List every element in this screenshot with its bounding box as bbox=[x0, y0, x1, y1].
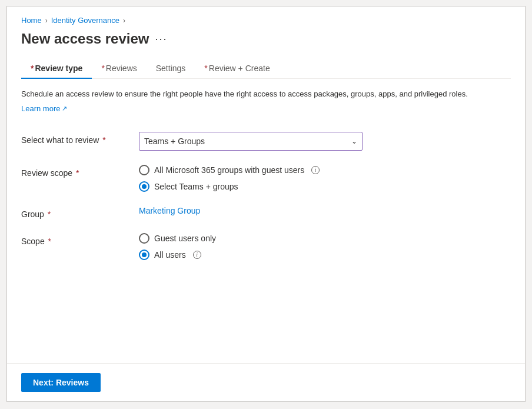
info-icon-all-users[interactable]: i bbox=[193, 251, 201, 259]
group-control: Marketing Group bbox=[139, 206, 421, 215]
tab-reviews-star: * bbox=[101, 64, 104, 73]
scope-option-guest-only[interactable]: Guest users only bbox=[139, 233, 421, 244]
tabs-container: *Review type *Reviews Settings *Review +… bbox=[21, 59, 511, 79]
tab-reviews[interactable]: *Reviews bbox=[92, 59, 146, 79]
main-content: Home › Identity Governance › New access … bbox=[7, 6, 525, 363]
tab-review-type[interactable]: *Review type bbox=[21, 59, 92, 79]
select-review-value: Teams + Groups bbox=[144, 137, 205, 146]
scope-row: Scope * Guest users only All users i bbox=[21, 233, 511, 260]
tab-review-create-star: * bbox=[204, 64, 207, 73]
title-ellipsis-menu[interactable]: ··· bbox=[155, 33, 168, 45]
dropdown-chevron-icon: ⌄ bbox=[351, 137, 357, 145]
page-title-row: New access review ··· bbox=[21, 31, 511, 47]
learn-more-link[interactable]: Learn more ↗ bbox=[21, 104, 67, 113]
group-star: * bbox=[45, 210, 51, 219]
page-title: New access review bbox=[21, 31, 149, 47]
radio-all-users-circle bbox=[139, 250, 149, 260]
form-section: Select what to review * Teams + Groups ⌄… bbox=[21, 127, 511, 265]
group-row: Group * Marketing Group bbox=[21, 206, 511, 219]
group-link[interactable]: Marketing Group bbox=[139, 206, 200, 215]
select-review-dropdown[interactable]: Teams + Groups ⌄ bbox=[139, 132, 363, 151]
radio-guest-circle bbox=[139, 233, 149, 244]
review-scope-radio-group: All Microsoft 365 groups with guest user… bbox=[139, 165, 421, 192]
scope-option-all-users[interactable]: All users i bbox=[139, 250, 421, 260]
review-scope-row: Review scope * All Microsoft 365 groups … bbox=[21, 165, 511, 192]
breadcrumb: Home › Identity Governance › bbox=[21, 16, 511, 25]
tab-review-create[interactable]: *Review + Create bbox=[195, 59, 279, 79]
select-review-control: Teams + Groups ⌄ bbox=[139, 132, 421, 151]
breadcrumb-sep-1: › bbox=[45, 16, 48, 25]
review-scope-option-all-m365[interactable]: All Microsoft 365 groups with guest user… bbox=[139, 165, 421, 175]
scope-label: Scope * bbox=[21, 233, 115, 246]
review-scope-label: Review scope * bbox=[21, 165, 115, 178]
scope-star: * bbox=[46, 237, 51, 246]
radio-select-teams-circle bbox=[139, 181, 149, 192]
scope-radio-group: Guest users only All users i bbox=[139, 233, 421, 260]
review-scope-control: All Microsoft 365 groups with guest user… bbox=[139, 165, 421, 192]
info-icon-all-m365[interactable]: i bbox=[311, 166, 320, 174]
radio-all-users-label: All users bbox=[154, 250, 186, 260]
radio-all-m365-label: All Microsoft 365 groups with guest user… bbox=[154, 165, 304, 175]
breadcrumb-home[interactable]: Home bbox=[21, 16, 42, 25]
radio-select-teams-label: Select Teams + groups bbox=[154, 182, 238, 191]
tab-review-type-star: * bbox=[31, 64, 34, 73]
select-review-label: Select what to review * bbox=[21, 132, 115, 145]
radio-all-m365-circle bbox=[139, 165, 149, 175]
external-link-icon: ↗ bbox=[62, 105, 67, 112]
review-scope-star: * bbox=[74, 168, 79, 178]
radio-guest-label: Guest users only bbox=[154, 234, 216, 243]
review-scope-option-select-teams[interactable]: Select Teams + groups bbox=[139, 181, 421, 192]
select-review-star: * bbox=[100, 135, 105, 145]
footer-bar: Next: Reviews bbox=[7, 363, 525, 401]
breadcrumb-identity-governance[interactable]: Identity Governance bbox=[51, 16, 119, 25]
scope-control: Guest users only All users i bbox=[139, 233, 421, 260]
tab-settings[interactable]: Settings bbox=[147, 59, 195, 79]
next-reviews-button[interactable]: Next: Reviews bbox=[21, 373, 101, 392]
select-review-row: Select what to review * Teams + Groups ⌄ bbox=[21, 132, 511, 151]
breadcrumb-sep-2: › bbox=[123, 16, 125, 25]
page-container: Home › Identity Governance › New access … bbox=[6, 6, 526, 402]
description-text: Schedule an access review to ensure the … bbox=[21, 88, 504, 100]
group-label: Group * bbox=[21, 206, 115, 219]
